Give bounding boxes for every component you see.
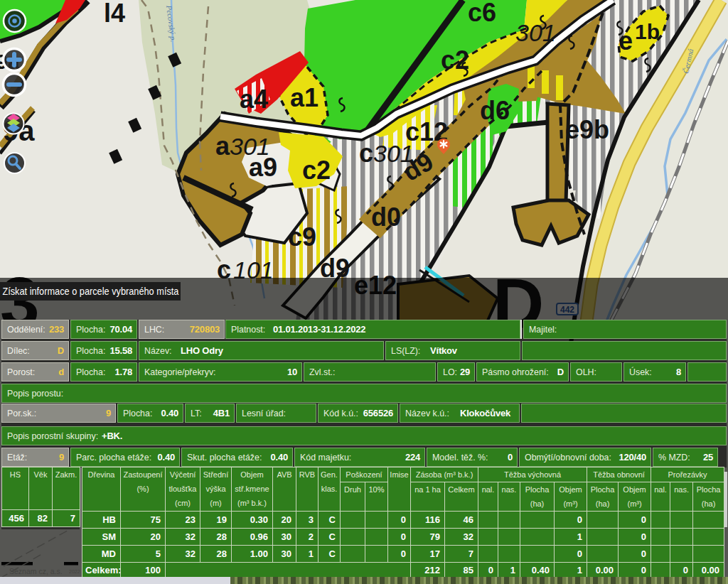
svg-text:d0: d0: [371, 202, 401, 232]
svg-text:c: c: [359, 139, 373, 168]
svg-text:e9b: e9b: [565, 115, 609, 144]
svg-text:a: a: [215, 131, 230, 161]
svg-text:301: 301: [230, 133, 270, 160]
svg-text:301: 301: [373, 140, 414, 167]
svg-text:1b: 1b: [635, 20, 660, 43]
svg-text:c2: c2: [441, 45, 469, 75]
svg-text:a1: a1: [290, 83, 318, 112]
svg-text:c2: c2: [302, 156, 331, 185]
svg-text:l4: l4: [104, 0, 125, 28]
svg-text:a4: a4: [240, 85, 268, 114]
svg-text:301: 301: [515, 19, 556, 46]
svg-text:c6: c6: [468, 0, 496, 27]
svg-text:c9: c9: [288, 222, 316, 252]
svg-text:d6: d6: [480, 96, 510, 125]
svg-text:e: e: [619, 26, 633, 55]
